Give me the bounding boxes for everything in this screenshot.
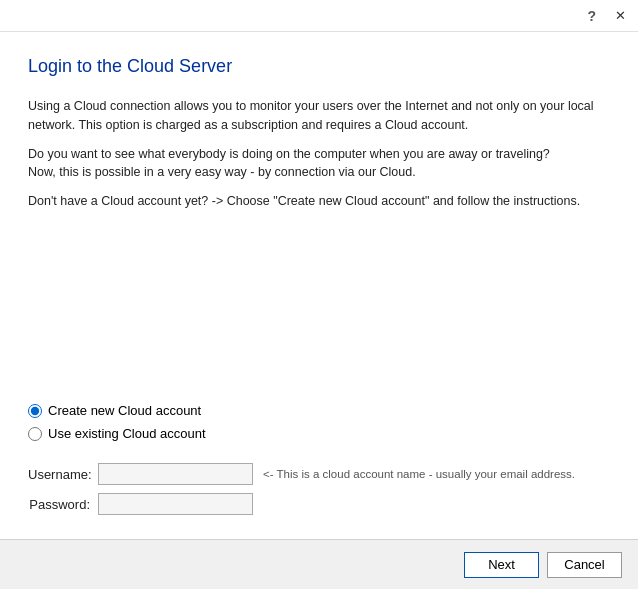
- password-row: Password:: [28, 493, 610, 515]
- description-text-1: Using a Cloud connection allows you to m…: [28, 97, 610, 135]
- help-icon[interactable]: ?: [587, 8, 596, 24]
- radio-create-account-label: Create new Cloud account: [48, 403, 201, 418]
- next-button[interactable]: Next: [464, 552, 539, 578]
- radio-existing-account-input[interactable]: [28, 427, 42, 441]
- dialog-title: Login to the Cloud Server: [28, 56, 610, 77]
- username-hint: <- This is a cloud account name - usuall…: [263, 468, 575, 480]
- password-label: Password:: [28, 497, 98, 512]
- password-input[interactable]: [98, 493, 253, 515]
- account-type-radio-group: Create new Cloud account Use existing Cl…: [28, 403, 610, 449]
- radio-existing-account[interactable]: Use existing Cloud account: [28, 426, 610, 441]
- radio-create-account-input[interactable]: [28, 404, 42, 418]
- title-bar: ? ✕: [0, 0, 638, 32]
- title-bar-controls: ? ✕: [587, 6, 630, 26]
- radio-create-account[interactable]: Create new Cloud account: [28, 403, 610, 418]
- username-input[interactable]: [98, 463, 253, 485]
- cancel-button[interactable]: Cancel: [547, 552, 622, 578]
- close-button[interactable]: ✕: [610, 6, 630, 26]
- username-label: Username:: [28, 467, 98, 482]
- description-text-2: Do you want to see what everybody is doi…: [28, 145, 610, 183]
- username-row: Username: <- This is a cloud account nam…: [28, 463, 610, 485]
- footer: Next Cancel: [0, 539, 638, 589]
- description-text-3: Don't have a Cloud account yet? -> Choos…: [28, 192, 610, 211]
- radio-existing-account-label: Use existing Cloud account: [48, 426, 206, 441]
- dialog-content: Login to the Cloud Server Using a Cloud …: [0, 32, 638, 539]
